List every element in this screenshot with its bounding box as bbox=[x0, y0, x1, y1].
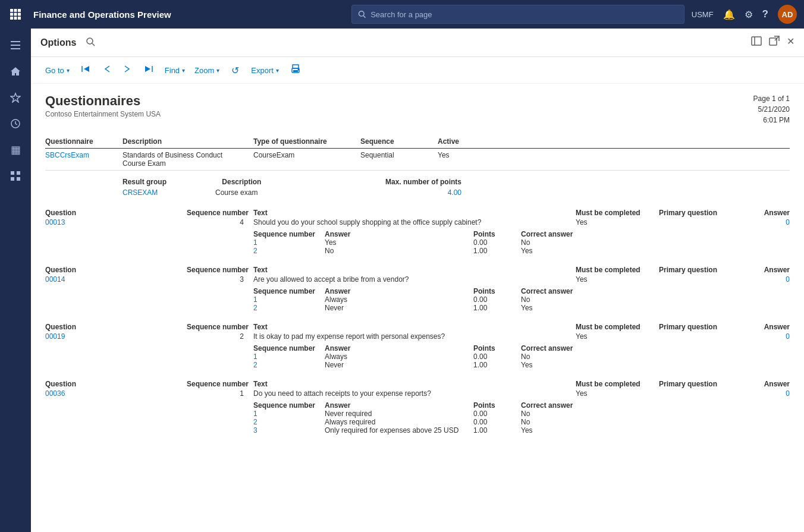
svg-rect-4 bbox=[14, 13, 17, 16]
answer-row: 1 Always 0.00 No bbox=[45, 352, 790, 361]
sidebar-item-recent[interactable] bbox=[4, 112, 27, 136]
svg-rect-16 bbox=[11, 171, 14, 175]
ans-answer-hdr: Answer bbox=[325, 287, 473, 295]
last-page-button[interactable] bbox=[142, 65, 155, 75]
ans-answer: Always bbox=[325, 295, 473, 304]
answer-row: 3 Only required for expenses above 25 US… bbox=[45, 426, 790, 435]
avatar[interactable]: AD bbox=[778, 5, 797, 24]
svg-rect-17 bbox=[11, 177, 14, 181]
ans-answer: Never bbox=[325, 361, 473, 369]
answer-col-header: Sequence number Answer Points Correct an… bbox=[45, 342, 790, 352]
q-col-text: Text bbox=[253, 209, 360, 217]
q-col-must: Must be completed bbox=[576, 323, 659, 331]
zoom-chevron: ▾ bbox=[216, 67, 219, 74]
prev-page-button[interactable] bbox=[102, 65, 112, 75]
popout-icon[interactable] bbox=[769, 36, 780, 49]
max-points-value: 4.00 bbox=[360, 187, 485, 198]
q-id-cell: 00019 bbox=[45, 332, 123, 341]
question-block: Question Sequence number Text Must be co… bbox=[45, 374, 790, 435]
goto-button[interactable]: Go to ▾ bbox=[45, 66, 70, 75]
q-answer-cell: 0 bbox=[742, 332, 790, 341]
notification-icon[interactable]: 🔔 bbox=[723, 9, 735, 20]
find-button[interactable]: Find ▾ bbox=[165, 66, 185, 75]
result-group-data-row: CRSEXAM Course exam 4.00 bbox=[45, 187, 790, 198]
q-col-answer: Answer bbox=[742, 266, 790, 274]
ans-seq: 1 bbox=[253, 295, 325, 304]
toolbar: Go to ▾ bbox=[31, 57, 804, 84]
options-search-icon[interactable] bbox=[86, 37, 95, 49]
svg-rect-13 bbox=[11, 48, 20, 49]
close-icon[interactable]: ✕ bbox=[787, 36, 794, 49]
ans-answer: Always required bbox=[325, 418, 473, 426]
goto-chevron: ▾ bbox=[67, 67, 70, 74]
export-chevron: ▾ bbox=[276, 67, 279, 74]
print-button[interactable] bbox=[288, 64, 303, 76]
ans-seq: 1 bbox=[253, 352, 325, 361]
answer-col-header: Sequence number Answer Points Correct an… bbox=[45, 399, 790, 410]
q-col-spacer bbox=[360, 266, 576, 274]
panel-icon[interactable] bbox=[751, 36, 762, 49]
q-col-spacer bbox=[360, 209, 576, 217]
svg-rect-7 bbox=[14, 17, 17, 20]
svg-line-10 bbox=[363, 15, 365, 17]
description-cell: Standards of Business Conduct Course Exa… bbox=[123, 149, 253, 171]
table-header-row: Questionnaire Description Type of questi… bbox=[45, 135, 790, 149]
q-primary-cell bbox=[659, 389, 742, 398]
export-button[interactable]: Export ▾ bbox=[251, 66, 279, 75]
q-id-cell: 00013 bbox=[45, 218, 123, 226]
question-header: Question Sequence number Text Must be co… bbox=[45, 374, 790, 389]
svg-rect-1 bbox=[14, 9, 17, 12]
svg-line-21 bbox=[92, 43, 95, 46]
table-row: SBCCrsExam Standards of Business Conduct… bbox=[45, 149, 790, 171]
ans-correct: No bbox=[521, 238, 790, 247]
q-col-text: Text bbox=[253, 380, 360, 388]
sidebar: ▦ bbox=[0, 29, 31, 532]
ans-points: 1.00 bbox=[473, 247, 521, 255]
sidebar-item-home[interactable] bbox=[4, 59, 27, 83]
svg-rect-18 bbox=[17, 171, 20, 175]
report-subtitle: Contoso Entertainment System USA bbox=[45, 110, 161, 118]
svg-rect-0 bbox=[10, 9, 13, 12]
q-col-seq: Sequence number bbox=[123, 266, 253, 274]
q-primary-cell bbox=[659, 332, 742, 341]
report-area: Questionnaires Contoso Entertainment Sys… bbox=[31, 84, 804, 449]
ans-answer-hdr: Answer bbox=[325, 401, 473, 410]
ans-seq: 2 bbox=[253, 247, 325, 255]
q-text-cell: Are you allowed to accept a bribe from a… bbox=[253, 275, 576, 284]
sidebar-item-menu[interactable] bbox=[4, 33, 27, 57]
refresh-button[interactable]: ↺ bbox=[229, 65, 241, 76]
questionnaire-id: SBCCrsExam bbox=[45, 149, 123, 171]
svg-point-31 bbox=[298, 69, 299, 70]
question-header: Question Sequence number Text Must be co… bbox=[45, 260, 790, 275]
sidebar-item-modules[interactable] bbox=[4, 164, 27, 188]
q-text-cell: It is okay to pad my expense report with… bbox=[253, 332, 576, 341]
app-grid-icon[interactable] bbox=[7, 6, 24, 23]
page-info: Page 1 of 1 bbox=[753, 93, 790, 104]
first-page-button[interactable] bbox=[79, 65, 92, 75]
svg-rect-5 bbox=[18, 13, 21, 16]
content-area: Go to ▾ bbox=[31, 57, 804, 532]
q-col-question: Question bbox=[45, 380, 123, 388]
ans-points: 0.00 bbox=[473, 352, 521, 361]
ans-answer: Always bbox=[325, 352, 473, 361]
q-text-cell: Do you need to attach receipts to your e… bbox=[253, 389, 576, 398]
search-input[interactable] bbox=[370, 10, 678, 19]
answer-col-header: Sequence number Answer Points Correct an… bbox=[45, 285, 790, 295]
svg-rect-3 bbox=[10, 13, 13, 16]
ans-points-hdr: Points bbox=[473, 401, 521, 410]
ans-seq: 2 bbox=[253, 304, 325, 312]
result-group-id[interactable]: CRSEXAM bbox=[123, 188, 158, 197]
settings-icon[interactable]: ⚙ bbox=[745, 9, 753, 20]
sidebar-item-workspaces[interactable]: ▦ bbox=[4, 138, 27, 162]
q-col-spacer bbox=[360, 323, 576, 331]
svg-rect-11 bbox=[11, 41, 20, 42]
sidebar-item-favorites[interactable] bbox=[4, 86, 27, 109]
ans-points: 0.00 bbox=[473, 295, 521, 304]
search-bar[interactable] bbox=[351, 5, 684, 24]
zoom-button[interactable]: Zoom ▾ bbox=[194, 66, 219, 75]
questionnaire-link[interactable]: SBCCrsExam bbox=[45, 151, 89, 159]
next-page-button[interactable] bbox=[122, 65, 133, 75]
ans-points: 0.00 bbox=[473, 238, 521, 247]
ans-correct: Yes bbox=[521, 426, 790, 435]
help-icon[interactable]: ? bbox=[762, 8, 768, 20]
